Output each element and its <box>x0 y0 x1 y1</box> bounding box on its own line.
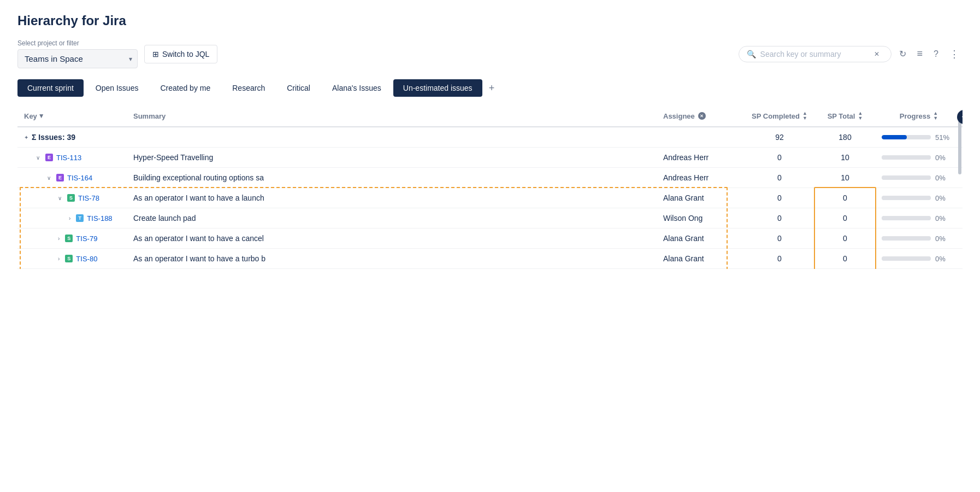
key-cell: › S TIS-79 <box>17 229 127 249</box>
sp-total-cell: 0 <box>815 188 875 208</box>
progress-bar-background <box>882 175 931 180</box>
page-title: Hierarchy for Jira <box>17 13 963 28</box>
progress-cell: 0% <box>875 208 963 229</box>
filter-icon: ≡ <box>917 48 923 60</box>
issue-key-link[interactable]: TIS-79 <box>76 235 97 243</box>
add-tab-button[interactable]: + <box>485 80 499 96</box>
assignee-cell: Alana Grant <box>657 229 744 249</box>
progress-cell: 0% <box>875 148 963 168</box>
key-cell: › T TIS-188 <box>17 208 127 229</box>
col-header-summary: Summary <box>127 106 657 127</box>
sp-total-sort-icon[interactable]: ▲▼ <box>858 111 863 121</box>
col-header-progress: Progress ▲▼ <box>875 106 963 127</box>
expand-button[interactable]: ∨ <box>57 194 63 202</box>
table-row: ∨ E TIS-164 Building exceptional routing… <box>17 168 963 188</box>
sp-completed-cell: 0 <box>744 168 815 188</box>
task-icon: T <box>76 214 84 222</box>
epic-icon: E <box>56 174 64 181</box>
sp-total-cell: 0 <box>815 229 875 249</box>
progress-cell: 51% <box>875 127 963 148</box>
key-cell: ∨ E TIS-113 <box>17 148 127 168</box>
progress-cell: 0% <box>875 168 963 188</box>
story-icon: S <box>65 235 73 242</box>
summary-cell: Building exceptional routing options sa <box>127 168 657 188</box>
sp-completed-cell: 0 <box>744 229 815 249</box>
expand-button[interactable]: › <box>57 235 61 243</box>
more-options-button[interactable]: ⋮ <box>946 45 963 63</box>
project-select[interactable]: Teams in Space <box>17 49 138 68</box>
assignee-cell: Andreas Herr <box>657 168 744 188</box>
progress-percentage: 0% <box>935 174 953 182</box>
story-icon: S <box>67 194 75 202</box>
tab-alanas-issues[interactable]: Alana's Issues <box>322 79 391 97</box>
progress-percentage: 0% <box>935 194 953 202</box>
filter-button[interactable]: ≡ <box>914 45 926 63</box>
key-cell: ∨ E TIS-164 <box>17 168 127 188</box>
issues-table-wrapper: Key ▼ Summary Assignee ✕ <box>17 106 963 269</box>
summary-cell: As an operator I want to have a launch <box>127 188 657 208</box>
story-icon: S <box>65 255 73 262</box>
key-cell: › S TIS-80 <box>17 249 127 269</box>
tab-open-issues[interactable]: Open Issues <box>86 79 149 97</box>
search-input[interactable] <box>760 50 870 58</box>
tabs-row: Current sprint Open Issues Created by me… <box>17 79 963 97</box>
scrollbar-thumb[interactable] <box>958 119 961 174</box>
search-clear-icon[interactable]: ✕ <box>874 50 879 58</box>
table-row: ∨ E TIS-113 Hyper-Speed TravellingAndrea… <box>17 148 963 168</box>
issue-key-link[interactable]: TIS-164 <box>67 174 92 182</box>
epic-icon: E <box>45 154 53 161</box>
tab-created-by-me[interactable]: Created by me <box>150 79 220 97</box>
col-header-sp-total: SP Total ▲▼ <box>815 106 875 127</box>
tab-un-estimated[interactable]: Un-estimated issues <box>393 79 482 97</box>
tab-research[interactable]: Research <box>222 79 275 97</box>
issue-key-link[interactable]: TIS-188 <box>87 214 112 222</box>
col-header-key: Key ▼ <box>17 106 127 127</box>
expand-button[interactable]: › <box>57 255 61 263</box>
tab-current-sprint[interactable]: Current sprint <box>17 79 84 97</box>
summary-cell: As an operator I want to have a cancel <box>127 229 657 249</box>
table-row: ∨ S TIS-78 As an operator I want to have… <box>17 188 963 208</box>
sp-completed-sort-icon[interactable]: ▲▼ <box>802 111 807 121</box>
progress-bar-background <box>882 256 931 261</box>
issue-key-link[interactable]: TIS-113 <box>56 154 81 162</box>
switch-to-jql-button[interactable]: ⊞ Switch to JQL <box>144 45 217 63</box>
issue-key-link[interactable]: TIS-80 <box>76 255 97 263</box>
sp-completed-cell: 0 <box>744 188 815 208</box>
table-row: › T TIS-188 Create launch padWilson Ong0… <box>17 208 963 229</box>
tab-critical[interactable]: Critical <box>277 79 320 97</box>
sigma-label: Σ Issues: 39 <box>32 133 75 142</box>
expand-button[interactable]: ∨ <box>35 154 41 162</box>
refresh-button[interactable]: ↻ <box>896 45 910 62</box>
refresh-icon: ↻ <box>899 49 906 59</box>
progress-bar-fill <box>882 135 907 139</box>
assignee-filter-icon[interactable]: ✕ <box>698 112 706 120</box>
summary-cell: As an operator I want to have a turbo b <box>127 249 657 269</box>
sp-total-cell: 10 <box>815 168 875 188</box>
progress-percentage: 0% <box>935 154 953 162</box>
scrollbar[interactable] <box>957 106 963 269</box>
expand-button[interactable]: › <box>68 214 72 222</box>
search-box: 🔍 ✕ <box>739 46 892 62</box>
progress-percentage: 0% <box>935 214 953 222</box>
progress-sort-icon[interactable]: ▲▼ <box>933 111 938 121</box>
progress-cell: 0% <box>875 229 963 249</box>
expand-button[interactable]: ∨ <box>46 174 52 182</box>
sort-desc-icon[interactable]: ▼ <box>38 112 45 120</box>
col-header-assignee: Assignee ✕ <box>657 106 744 127</box>
summary-cell <box>127 127 657 148</box>
table-row: ✦ Σ Issues: 39 92180 51% <box>17 127 963 148</box>
progress-bar-fill <box>882 216 931 220</box>
sp-total-cell: 0 <box>815 249 875 269</box>
sp-total-cell: 10 <box>815 148 875 168</box>
progress-cell: 0% <box>875 188 963 208</box>
sp-completed-cell: 0 <box>744 249 815 269</box>
issue-key-link[interactable]: TIS-78 <box>78 194 99 202</box>
question-icon: ? <box>934 49 938 59</box>
sigma-expand-icon[interactable]: ✦ <box>24 134 28 140</box>
help-button[interactable]: ? <box>930 46 942 62</box>
col-header-sp-completed: SP Completed ▲▼ <box>744 106 815 127</box>
progress-percentage: 51% <box>935 133 953 142</box>
progress-percentage: 0% <box>935 255 953 263</box>
select-label: Select project or filter <box>17 39 138 47</box>
progress-bar-background <box>882 216 931 220</box>
